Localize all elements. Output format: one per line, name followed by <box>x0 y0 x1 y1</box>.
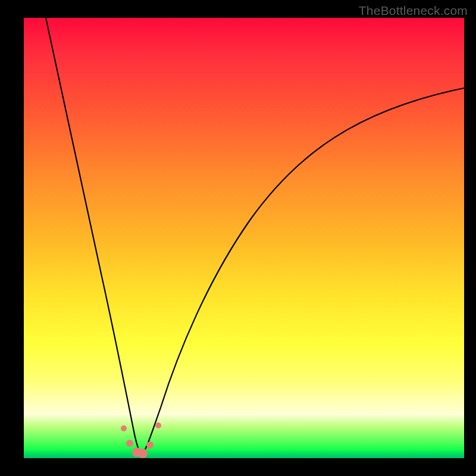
curve-left-branch <box>46 18 142 455</box>
watermark-text: TheBottleneck.com <box>359 4 468 18</box>
chart-stage: TheBottleneck.com <box>0 0 476 476</box>
min-marker <box>126 440 133 447</box>
min-marker <box>138 449 148 458</box>
curve-right-branch <box>142 88 464 455</box>
bottleneck-curve <box>24 18 464 458</box>
min-marker <box>155 422 161 428</box>
min-marker <box>146 441 154 449</box>
plot-area <box>24 18 464 458</box>
min-marker <box>121 425 127 431</box>
